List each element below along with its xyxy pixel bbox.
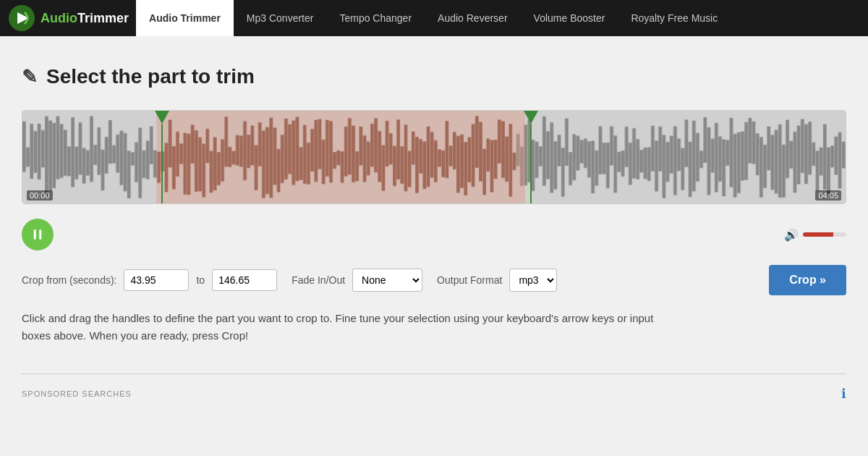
fade-label: Fade In/Out: [292, 274, 345, 286]
main-content: ✎ Select the part to trim 00:00 04:05 🔊: [7, 36, 861, 423]
sponsored-label: SPONSORED SEARCHES: [22, 389, 132, 398]
svg-rect-3: [39, 229, 41, 240]
footer: SPONSORED SEARCHES ℹ: [22, 373, 846, 402]
nav-link-audio-reverser[interactable]: Audio Reverser: [425, 0, 521, 36]
nav-link-royalty-free-music[interactable]: Royalty Free Music: [618, 0, 731, 36]
navbar: AudioTrimmer Audio Trimmer Mp3 Converter…: [0, 0, 868, 36]
pause-icon: [31, 228, 44, 241]
handle-line-right: [530, 124, 532, 204]
nav-links: Audio Trimmer Mp3 Converter Tempo Change…: [136, 0, 731, 36]
logo-text: AudioTrimmer: [41, 11, 129, 26]
play-pause-button[interactable]: [22, 219, 54, 250]
crop-controls: Crop from (seconds): to Fade In/Out None…: [22, 265, 846, 295]
waveform-canvas: [22, 111, 846, 203]
trim-handle-left[interactable]: [155, 111, 169, 204]
nav-link-mp3-converter[interactable]: Mp3 Converter: [234, 0, 327, 36]
fade-select[interactable]: None Fade In Fade Out Both: [352, 269, 422, 292]
crop-from-input[interactable]: [124, 269, 189, 291]
page-title: ✎ Select the part to trim: [22, 65, 846, 88]
to-label: to: [196, 274, 205, 286]
playback-controls: 🔊: [22, 219, 846, 250]
handle-arrow-right: [524, 111, 538, 124]
trim-handle-right[interactable]: [524, 111, 538, 204]
edit-icon: ✎: [22, 66, 38, 88]
crop-button[interactable]: Crop »: [769, 265, 846, 295]
handle-line-left: [161, 124, 163, 204]
logo-icon: [9, 5, 35, 31]
crop-to-input[interactable]: [212, 269, 277, 291]
info-icon[interactable]: ℹ: [841, 386, 846, 402]
volume-slider[interactable]: [803, 232, 846, 237]
time-end: 04:05: [815, 190, 841, 200]
svg-rect-2: [34, 229, 36, 240]
output-format-label: Output Format: [437, 274, 502, 286]
crop-from-label: Crop from (seconds):: [22, 274, 116, 286]
nav-link-volume-booster[interactable]: Volume Booster: [521, 0, 618, 36]
volume-icon: 🔊: [784, 228, 799, 242]
waveform-container[interactable]: 00:00 04:05: [22, 110, 846, 204]
output-format-select[interactable]: mp3 wav ogg m4a: [509, 269, 557, 292]
volume-control: 🔊: [784, 228, 846, 242]
nav-link-tempo-changer[interactable]: Tempo Changer: [326, 0, 425, 36]
handle-arrow-left: [155, 111, 169, 124]
time-start: 00:00: [27, 190, 53, 200]
nav-link-audio-trimmer[interactable]: Audio Trimmer: [136, 0, 234, 36]
logo[interactable]: AudioTrimmer: [9, 5, 129, 31]
hint-text: Click and drag the handles to define the…: [22, 310, 673, 345]
